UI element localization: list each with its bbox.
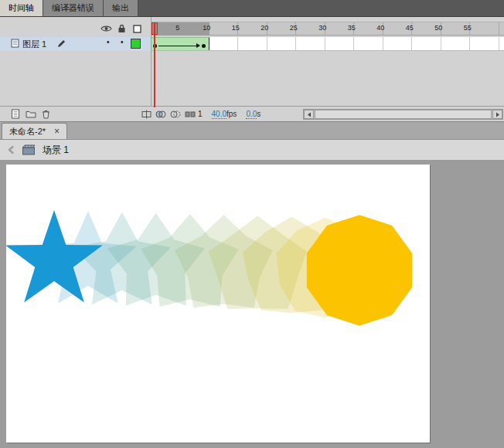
elapsed-time-unit: s: [257, 110, 261, 118]
ruler-frame-number: 5: [175, 24, 179, 32]
tab-compiler-errors[interactable]: 编译器错误: [43, 0, 104, 16]
frame-rate-value[interactable]: 40.0: [212, 110, 226, 119]
close-icon[interactable]: ×: [54, 127, 60, 136]
back-arrow-icon[interactable]: [6, 145, 15, 154]
edit-bar: 场景 1: [0, 140, 504, 161]
scene-icon: [22, 144, 36, 155]
layer-outline-swatch[interactable]: [131, 39, 141, 49]
flash-window: 时间轴 编译器错误 输出 510152025303540455055: [0, 0, 504, 448]
layer-frames-track[interactable]: [152, 37, 504, 51]
layer-name[interactable]: 图层 1: [22, 39, 46, 50]
edit-multiple-frames-button[interactable]: [185, 110, 196, 119]
new-layer-button[interactable]: [11, 109, 20, 119]
ruler-frame-number: 45: [406, 24, 414, 32]
playhead-line[interactable]: [154, 22, 155, 107]
document-tabbar: 未命名-2* ×: [0, 122, 504, 140]
end-keyframe-dot[interactable]: [202, 44, 206, 48]
ruler-frame-number: 40: [376, 24, 384, 32]
ruler-frame-number: 35: [348, 24, 356, 32]
pasteboard: [0, 161, 504, 448]
tab-timeline[interactable]: 时间轴: [0, 0, 43, 16]
timeline-status-group: 1 40.0fps 0.0s: [198, 107, 261, 121]
layer-type-icon: [11, 39, 19, 49]
scrollbar-thumb[interactable]: [315, 110, 492, 119]
elapsed-time-field[interactable]: 0.0s: [246, 110, 261, 118]
center-frame-button[interactable]: [141, 110, 152, 119]
layer-name-cell[interactable]: 图层 1 • •: [0, 37, 151, 51]
onion-skin-button[interactable]: [155, 110, 166, 119]
layer-row[interactable]: 图层 1 • •: [0, 37, 504, 51]
scroll-left-button[interactable]: [304, 110, 314, 119]
frame-ruler[interactable]: 510152025303540455055: [152, 22, 504, 36]
current-frame-number: 1: [198, 110, 203, 118]
layer-lock-dot[interactable]: •: [121, 38, 124, 46]
ruler-frame-number: 20: [261, 24, 268, 32]
tab-output[interactable]: 输出: [104, 0, 138, 16]
layer-controls-header: [100, 22, 150, 36]
layer-visible-dot[interactable]: •: [107, 38, 110, 46]
timeline-scrollbar[interactable]: [303, 109, 503, 120]
ruler-frame-number: 10: [203, 24, 210, 32]
onion-skin-outlines-button[interactable]: [170, 110, 181, 119]
ruler-frame-number: 15: [232, 24, 240, 32]
layer-buttons-group: [11, 107, 50, 121]
ruler-frame-number: 55: [464, 24, 472, 32]
delete-layer-button[interactable]: [42, 110, 50, 119]
outline-all-icon[interactable]: [131, 25, 143, 33]
pencil-icon: [57, 39, 66, 49]
document-tab-label: 未命名-2*: [9, 126, 46, 137]
ruler-frame-number: 25: [290, 24, 298, 32]
timeline-footer: 1 40.0fps 0.0s: [0, 106, 504, 121]
panel-tabbar: 时间轴 编译器错误 输出: [0, 0, 504, 17]
ruler-frame-number: 50: [434, 24, 442, 32]
shape-tween-preview: [6, 165, 430, 443]
scene-label[interactable]: 场景 1: [43, 144, 69, 157]
frame-rate-unit: fps: [226, 110, 237, 118]
ruler-frame-number: 30: [318, 24, 326, 32]
lock-all-icon[interactable]: [116, 24, 128, 33]
stage-canvas[interactable]: [6, 165, 430, 443]
frame-rate-field[interactable]: 40.0fps: [212, 110, 237, 118]
shape-tween-span[interactable]: [152, 37, 209, 50]
tween-arrow-head: [196, 43, 200, 48]
onion-buttons-group: [141, 107, 196, 121]
elapsed-time-value[interactable]: 0.0: [246, 110, 257, 119]
tween-arrow-line: [158, 46, 197, 46]
new-folder-button[interactable]: [26, 110, 36, 118]
show-hide-all-icon[interactable]: [100, 25, 112, 32]
timeline-panel: 510152025303540455055 图层 1 • •: [0, 17, 504, 122]
scroll-right-button[interactable]: [492, 110, 502, 119]
document-tab[interactable]: 未命名-2* ×: [2, 123, 67, 139]
ruler-span-highlight: [152, 22, 209, 35]
end-shape-polygon[interactable]: [310, 219, 408, 322]
